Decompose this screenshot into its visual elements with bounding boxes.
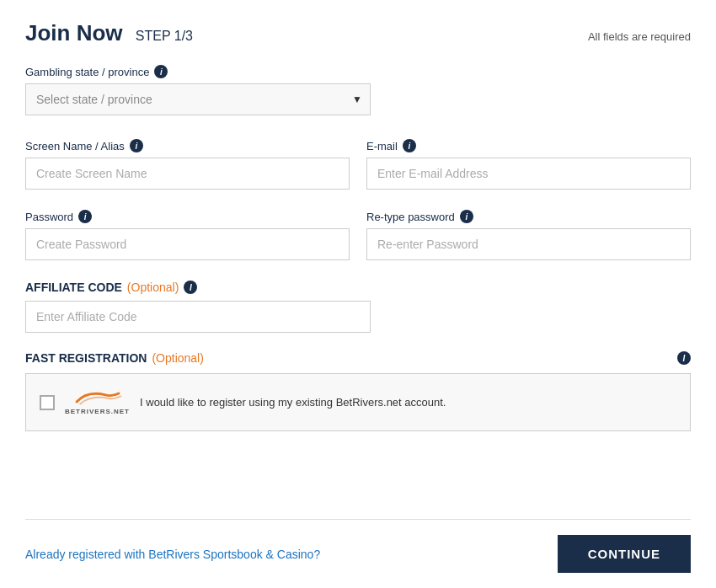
betrivers-logo-text: BETRIVERS.NET: [65, 408, 130, 415]
betrivers-checkbox[interactable]: [40, 395, 55, 410]
email-label: E-mail i: [366, 139, 691, 152]
form-footer: Already registered with BetRivers Sports…: [25, 519, 691, 588]
state-label: Gambling state / province i: [25, 65, 691, 78]
retype-password-input[interactable]: [366, 228, 691, 260]
email-group: E-mail i: [366, 139, 691, 190]
form-header: Join Now STEP 1/3 All fields are require…: [25, 20, 691, 46]
betrivers-logo: BETRIVERS.NET: [65, 389, 130, 415]
screen-name-input[interactable]: [25, 158, 350, 190]
screen-name-label-text: Screen Name / Alias: [25, 140, 125, 152]
password-input[interactable]: [25, 228, 350, 260]
state-select[interactable]: Select state / province: [25, 83, 371, 115]
already-registered-link[interactable]: Already registered with BetRivers Sports…: [25, 548, 320, 561]
betrivers-swoosh-icon: [72, 389, 123, 406]
fast-reg-label: FAST REGISTRATION (Optional) i: [25, 351, 691, 365]
step-indicator: STEP 1/3: [136, 29, 193, 43]
password-label-text: Password: [25, 211, 73, 223]
title-area: Join Now STEP 1/3: [25, 20, 193, 46]
password-group: Password i: [25, 210, 350, 260]
page-title: Join Now STEP 1/3: [25, 20, 193, 45]
fast-reg-label-text: FAST REGISTRATION: [25, 351, 147, 365]
screen-name-group: Screen Name / Alias i: [25, 139, 350, 190]
email-input[interactable]: [366, 158, 691, 190]
fast-registration-section: FAST REGISTRATION (Optional) i BETRIVERS…: [25, 351, 691, 431]
retype-password-info-icon[interactable]: i: [460, 210, 473, 223]
fast-reg-label-left: FAST REGISTRATION (Optional): [25, 351, 204, 365]
continue-button[interactable]: CONTINUE: [558, 535, 691, 573]
affiliate-label: AFFILIATE CODE (Optional) i: [25, 281, 691, 294]
affiliate-info-icon[interactable]: i: [184, 281, 197, 294]
fast-reg-info-icon[interactable]: i: [677, 351, 691, 365]
fast-reg-optional-text: (Optional): [152, 351, 203, 365]
required-note: All fields are required: [588, 30, 691, 43]
fast-reg-box: BETRIVERS.NET I would like to register u…: [25, 373, 691, 431]
password-label: Password i: [25, 210, 350, 223]
retype-password-label: Re-type password i: [366, 210, 691, 223]
email-info-icon[interactable]: i: [403, 139, 416, 152]
fast-reg-description: I would like to register using my existi…: [140, 396, 446, 409]
state-select-wrapper: Select state / province ▼: [25, 83, 371, 115]
affiliate-optional-text: (Optional): [127, 281, 179, 294]
registration-form: Join Now STEP 1/3 All fields are require…: [0, 0, 716, 588]
screen-name-email-row: Screen Name / Alias i E-mail i: [25, 139, 691, 190]
password-info-icon[interactable]: i: [78, 210, 92, 223]
screen-name-info-icon[interactable]: i: [130, 139, 143, 152]
screen-name-label: Screen Name / Alias i: [25, 139, 350, 152]
retype-password-group: Re-type password i: [366, 210, 691, 260]
join-now-text: Join Now: [25, 20, 123, 45]
state-info-icon[interactable]: i: [154, 65, 168, 78]
retype-password-label-text: Re-type password: [366, 211, 455, 223]
state-section: Gambling state / province i Select state…: [25, 65, 691, 115]
state-label-text: Gambling state / province: [25, 66, 149, 78]
affiliate-section: AFFILIATE CODE (Optional) i: [25, 281, 691, 333]
affiliate-label-text: AFFILIATE CODE: [25, 281, 122, 294]
password-row: Password i Re-type password i: [25, 210, 691, 260]
email-label-text: E-mail: [366, 140, 398, 152]
affiliate-code-input[interactable]: [25, 301, 371, 333]
